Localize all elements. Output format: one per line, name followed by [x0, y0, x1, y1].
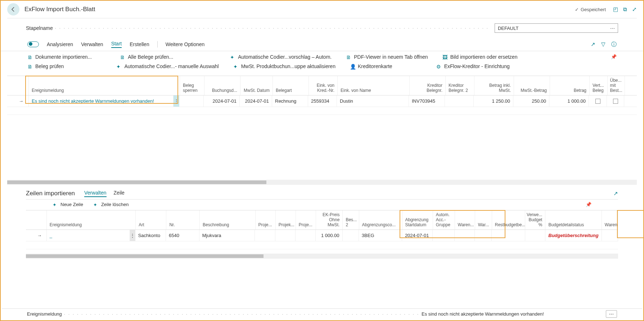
analyze-toggle[interactable]: [27, 41, 39, 47]
pin-icon[interactable]: 📌: [586, 202, 591, 207]
popout-icon[interactable]: ⧉: [623, 6, 627, 13]
cell-lock[interactable]: [179, 95, 204, 107]
tab-manage[interactable]: Verwalten: [81, 41, 103, 47]
action-vat-group[interactable]: ✦MwSt. Produktbuchun...uppe aktualisiere…: [233, 63, 335, 69]
cell-vat-date[interactable]: 2024-07-01: [240, 95, 272, 107]
cell-w3[interactable]: [602, 230, 618, 241]
col-with-order[interactable]: Übe... mit Best...: [608, 76, 625, 95]
col-vendor-docno2[interactable]: Kreditor Belegnr. 2: [446, 76, 474, 95]
scrollbar-thumb[interactable]: [7, 180, 266, 184]
col-bes2[interactable]: Bes... 2: [343, 210, 359, 229]
bookmark-icon[interactable]: ◰: [613, 6, 618, 13]
row-indicator[interactable]: →: [32, 230, 47, 241]
action-import-image[interactable]: 🖼Bild importieren oder ersetzen: [442, 54, 518, 60]
col-w3[interactable]: Waren: [602, 210, 618, 229]
cell-w1-dash[interactable]: _: [458, 233, 460, 238]
batch-name-input[interactable]: DEFAULT: [495, 23, 618, 33]
tab-analyze[interactable]: Analysieren: [47, 41, 73, 47]
table-row[interactable]: → _ ⋮ Sachkonto 6540 Mjukvara 1 000.00 3…: [26, 230, 618, 241]
cell-posting-date[interactable]: 2024-07-01: [204, 95, 240, 107]
col-defer-code[interactable]: Abgrenzungsco...: [359, 210, 402, 229]
cell-w2[interactable]: [475, 230, 492, 241]
filter-icon[interactable]: ▽: [601, 41, 605, 48]
cell-budget-status[interactable]: Budgetüberschreitung: [548, 233, 598, 238]
cell-desc[interactable]: Mjukvara: [199, 230, 255, 241]
scrollbar-horizontal[interactable]: [26, 254, 618, 259]
col-event[interactable]: Ereignismeldung: [29, 76, 180, 95]
col-vat-date[interactable]: MwSt. Datum: [240, 76, 273, 95]
checkbox-conf-doc[interactable]: [595, 99, 600, 104]
col-vendor-no[interactable]: Eink. von Kred.-Nr.: [309, 76, 338, 95]
cell-doc-type[interactable]: Rechnung: [272, 95, 308, 107]
more-options[interactable]: Weitere Optionen: [166, 41, 205, 47]
event-message-link[interactable]: Es sind noch nicht akzeptierte Warnmeldu…: [32, 98, 154, 104]
action-exflow-vendor[interactable]: ⚙ExFlow-Kreditor - Einrichtung: [436, 63, 510, 69]
row-indicator[interactable]: →: [14, 95, 29, 107]
col-budget-status[interactable]: Budgetdetailstatus: [545, 210, 602, 229]
action-delete-line[interactable]: ✦Zeile löschen: [93, 202, 129, 207]
col-proj1[interactable]: Proje...: [256, 210, 276, 229]
cell-auto-acc[interactable]: [433, 230, 455, 241]
sub-tab-line[interactable]: Zeile: [114, 190, 125, 197]
col-used-pct[interactable]: Verwe... Budget %: [525, 210, 545, 229]
col-conf-doc[interactable]: Vert... Beleg: [590, 76, 608, 95]
scrollbar-thumb[interactable]: [26, 254, 264, 258]
row-menu-button[interactable]: ⋮: [174, 95, 179, 107]
col-posting-date[interactable]: Buchungsd...: [204, 76, 240, 95]
action-new-line[interactable]: ✦Neue Zeile: [53, 202, 83, 207]
cell-bes2[interactable]: [343, 230, 359, 241]
checkbox-with-order[interactable]: [613, 99, 618, 104]
col-type[interactable]: Art: [136, 210, 166, 229]
footer-more-button[interactable]: ⋯: [606, 310, 617, 318]
expand-icon[interactable]: ⤢: [632, 6, 637, 13]
pin-icon[interactable]: 📌: [611, 54, 617, 60]
action-vendor-card[interactable]: 👤Kreditorenkarte: [350, 63, 392, 69]
action-auto-coding[interactable]: ✦Automatische Codier...vorschlag – Autom…: [230, 54, 332, 60]
cell-defer-code[interactable]: 3BEG: [359, 230, 402, 241]
action-pdf-viewer[interactable]: 🗎PDF-Viewer in neuem Tab öffnen: [346, 54, 428, 60]
col-event[interactable]: Ereignismeldung: [47, 210, 136, 229]
col-no[interactable]: Nr.: [166, 210, 200, 229]
cell-vendor-name[interactable]: Dustin: [337, 95, 409, 107]
col-w2[interactable]: War...: [475, 210, 492, 229]
cell-used-pct[interactable]: [525, 230, 545, 241]
col-unit-price[interactable]: EK-Preis Ohne MwSt.: [316, 210, 343, 229]
row-menu-button[interactable]: ⋮: [130, 230, 135, 241]
scrollbar-horizontal[interactable]: [7, 180, 637, 185]
col-vendor-docno[interactable]: Kreditor Belegnr.: [410, 76, 446, 95]
col-defer-start[interactable]: Abgrenzung Startdatum: [402, 210, 433, 229]
cell-no[interactable]: 6540: [166, 230, 199, 241]
cell-amt-incl[interactable]: 1 250.00: [474, 95, 513, 107]
col-amount[interactable]: Betrag: [550, 76, 590, 95]
col-rest-budget[interactable]: Restbudgetbe...: [492, 210, 526, 229]
col-doc-type[interactable]: Belegart: [273, 76, 309, 95]
tab-create[interactable]: Erstellen: [130, 41, 149, 47]
cell-vendor-no[interactable]: 2559334: [308, 95, 337, 107]
info-icon[interactable]: ⓘ: [611, 41, 617, 48]
cell-proj2[interactable]: [275, 230, 296, 241]
action-check-all[interactable]: 🗎Alle Belege prüfen...: [120, 54, 173, 60]
col-proj3[interactable]: Proje...: [296, 210, 316, 229]
cell-vendor-docno[interactable]: INV703945: [409, 95, 445, 107]
sub-tab-manage[interactable]: Verwalten: [84, 190, 106, 197]
col-desc[interactable]: Beschreibung: [200, 210, 256, 229]
cell-vat-amt[interactable]: 250.00: [513, 95, 549, 107]
col-proj2[interactable]: Projek...: [276, 210, 296, 229]
action-check-doc[interactable]: 🗎Beleg prüfen: [27, 63, 64, 69]
cell-type[interactable]: Sachkonto: [135, 230, 166, 241]
table-row[interactable]: → Es sind noch nicht akzeptierte Warnmel…: [7, 95, 637, 107]
col-amt-incl[interactable]: Betrag inkl. MwSt.: [474, 76, 514, 95]
col-w1[interactable]: Waren...: [455, 210, 475, 229]
col-vat-amt[interactable]: MwSt.-Betrag: [514, 76, 550, 95]
cell-defer-start[interactable]: 2024-07-01: [402, 230, 433, 241]
cell-unit-price[interactable]: 1 000.00: [316, 230, 342, 241]
share-icon[interactable]: ↗: [591, 41, 595, 48]
cell-vendor-docno2[interactable]: [445, 95, 474, 107]
action-auto-coding-manual[interactable]: ✦Automatische Codier...- manuelle Auswah…: [116, 63, 219, 69]
share-icon[interactable]: ↗: [613, 190, 618, 197]
cell-proj1[interactable]: [255, 230, 275, 241]
tab-start[interactable]: Start: [111, 41, 122, 48]
cell-rest-budget[interactable]: [492, 230, 525, 241]
cell-proj3[interactable]: [296, 230, 316, 241]
action-import-docs[interactable]: 🗎Dokumente importieren...: [27, 54, 92, 60]
